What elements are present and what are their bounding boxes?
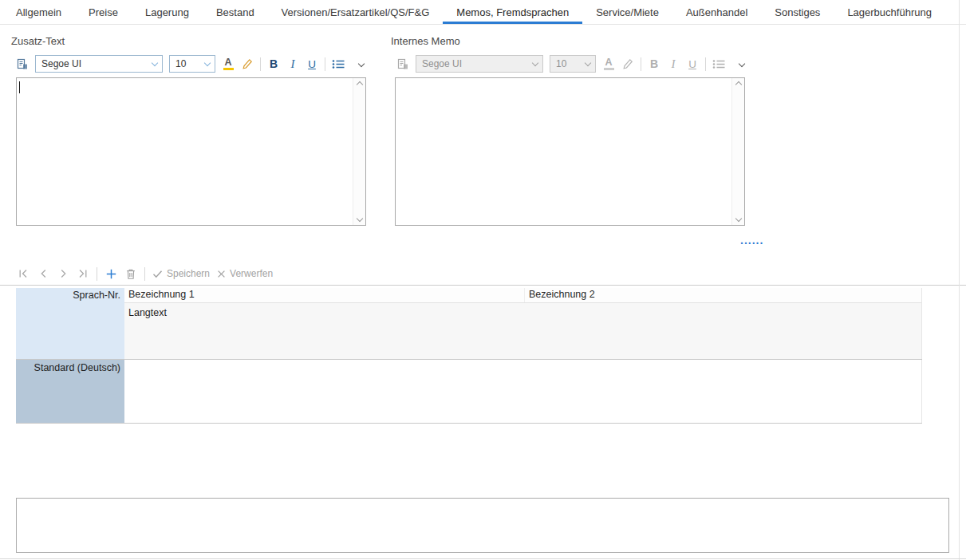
tab-aussenhandel[interactable]: Außenhandel (672, 0, 761, 24)
font-family-value: Segoe UI (422, 58, 462, 69)
add-record-button[interactable] (104, 266, 117, 282)
underline-button[interactable]: U (306, 56, 318, 72)
tab-lagerung[interactable]: Lagerung (132, 0, 203, 24)
previous-record-button[interactable] (37, 266, 49, 282)
x-icon (217, 270, 226, 278)
window-bottom-border (0, 558, 966, 559)
column-header-langtext: Langtext (124, 303, 921, 359)
scroll-down-icon[interactable] (735, 215, 741, 222)
toolbar-more-button[interactable] (355, 56, 368, 72)
internes-memo-scrollbar[interactable] (731, 78, 744, 225)
checkmark-icon (152, 270, 163, 278)
splitter-dots-handle[interactable]: ...... (740, 235, 763, 246)
chevron-down-icon (358, 61, 365, 67)
trash-icon (125, 268, 136, 280)
chevron-down-icon (152, 59, 158, 65)
font-size-select[interactable]: 10 (550, 55, 596, 73)
font-color-button[interactable]: A (602, 56, 615, 72)
tab-memos-fremdsprachen[interactable]: Memos, Fremdsprachen (443, 0, 582, 24)
bold-button[interactable]: B (267, 56, 280, 72)
first-record-button[interactable] (17, 266, 30, 282)
font-color-button[interactable]: A (222, 56, 235, 72)
discard-button[interactable]: Verwerfen (217, 268, 273, 279)
font-family-select[interactable]: Segoe UI (35, 55, 163, 73)
bullet-list-button[interactable] (332, 56, 345, 72)
grid-row-body[interactable] (124, 360, 922, 423)
highlight-button[interactable] (241, 56, 254, 72)
toolbar-more-button[interactable] (735, 56, 748, 72)
next-record-button[interactable] (57, 266, 69, 282)
zusatz-text-scrollbar[interactable] (353, 78, 365, 225)
font-size-value: 10 (175, 58, 186, 69)
language-grid: Sprach-Nr. Bezeichnung 1 Bezeichnung 2 L… (16, 288, 922, 424)
tab-bar: Allgemein Preise Lagerung Bestand Versio… (0, 0, 966, 25)
tab-sonstiges[interactable]: Sonstiges (761, 0, 834, 24)
last-record-icon (77, 268, 89, 279)
bullet-list-button[interactable] (712, 56, 725, 72)
save-label: Speichern (167, 268, 210, 279)
delete-record-button[interactable] (124, 266, 137, 282)
first-record-icon (18, 268, 29, 279)
article-detail-window: Allgemein Preise Lagerung Bestand Versio… (0, 0, 966, 560)
chevron-down-icon (204, 59, 211, 65)
tab-lagerbuchfuehrung[interactable]: Lagerbuchführung (834, 0, 945, 24)
underline-button[interactable]: U (686, 56, 699, 72)
toolbar-separator (97, 267, 97, 281)
font-family-value: Segoe UI (41, 58, 81, 69)
font-size-value: 10 (556, 58, 566, 69)
save-button[interactable]: Speichern (152, 268, 210, 279)
grid-row-standard-deutsch[interactable]: Standard (Deutsch) (16, 360, 922, 424)
toolbar-separator (641, 57, 641, 71)
font-color-letter: A (605, 57, 612, 67)
last-record-button[interactable] (77, 266, 89, 282)
zusatz-text-content[interactable] (17, 78, 352, 225)
bold-button[interactable]: B (648, 56, 660, 72)
bullet-list-icon (332, 59, 345, 69)
grid-column-row: Bezeichnung 1 Bezeichnung 2 (124, 288, 921, 303)
previous-record-icon (38, 268, 49, 279)
tab-allgemein[interactable]: Allgemein (2, 0, 75, 24)
discard-label: Verwerfen (230, 268, 273, 279)
chevron-down-icon (739, 61, 745, 67)
grid-header-right: Bezeichnung 1 Bezeichnung 2 Langtext (124, 288, 922, 359)
highlight-pen-icon (622, 58, 633, 69)
toolbar-separator (144, 267, 145, 281)
zusatz-text-editor[interactable] (16, 77, 366, 226)
internes-memo-editor[interactable] (395, 77, 745, 226)
toolbar-separator (325, 57, 325, 71)
grid-header: Sprach-Nr. Bezeichnung 1 Bezeichnung 2 L… (16, 288, 922, 360)
italic-button[interactable]: I (667, 56, 680, 72)
rich-text-icon (397, 58, 408, 70)
internes-memo-toolbar: Segoe UI 10 A B I U (396, 53, 748, 74)
zusatz-text-toolbar: Segoe UI 10 A B I U (16, 53, 368, 74)
font-family-select[interactable]: Segoe UI (416, 55, 543, 73)
column-header-sprach-nr: Sprach-Nr. (16, 288, 124, 359)
scroll-down-icon[interactable] (356, 215, 362, 222)
tab-service-miete[interactable]: Service/Miete (582, 0, 672, 24)
rich-text-icon (17, 58, 28, 70)
zusatz-text-label: Zusatz-Text (11, 35, 65, 47)
tab-bestand[interactable]: Bestand (203, 0, 268, 24)
font-size-select[interactable]: 10 (169, 55, 215, 73)
highlight-button[interactable] (621, 56, 634, 72)
row-header-standard-deutsch[interactable]: Standard (Deutsch) (16, 360, 124, 423)
plus-icon (105, 268, 117, 280)
rich-text-button[interactable] (16, 56, 29, 72)
scroll-up-icon[interactable] (356, 81, 362, 88)
bottom-text-area[interactable] (16, 498, 949, 553)
scroll-up-icon[interactable] (735, 81, 741, 88)
internes-memo-label: Internes Memo (391, 35, 460, 47)
column-header-bezeichnung-1: Bezeichnung 1 (124, 288, 525, 302)
tab-preise[interactable]: Preise (75, 0, 132, 24)
tab-versionen-ersatzartikel-qs-fg[interactable]: Versionen/Ersatzartikel/QS/F&G (268, 0, 444, 24)
text-caret (19, 81, 20, 93)
font-color-bar (604, 68, 614, 70)
chevron-down-icon (532, 59, 538, 65)
highlight-pen-icon (242, 58, 253, 69)
rich-text-button[interactable] (396, 56, 409, 72)
internes-memo-content[interactable] (396, 78, 731, 225)
italic-button[interactable]: I (286, 56, 299, 72)
font-color-letter: A (224, 57, 231, 67)
next-record-icon (58, 268, 69, 279)
font-color-bar (223, 68, 234, 70)
